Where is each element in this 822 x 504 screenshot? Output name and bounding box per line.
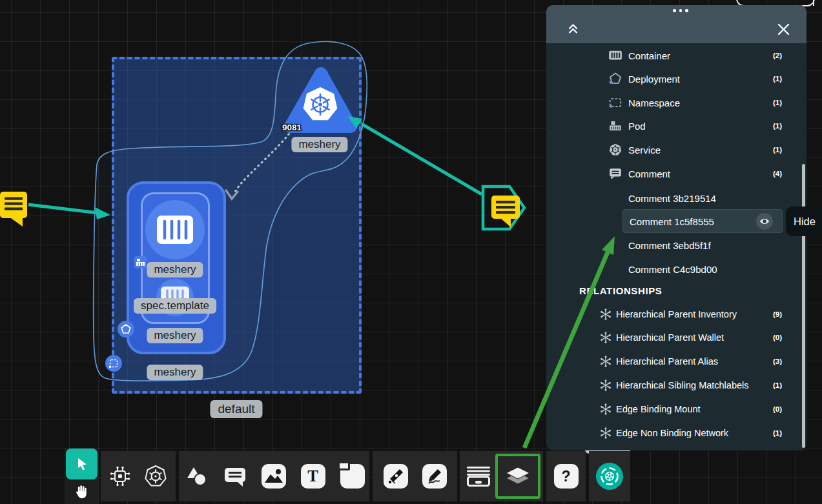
component-count: (1) [773,146,782,154]
deployment-icon [608,72,622,86]
comment-item-row[interactable]: Comment C4c9bd00 [546,257,807,281]
kubernetes-icon [144,465,167,488]
component-label: Deployment [628,74,680,85]
component-row[interactable]: Service (1) [546,138,807,161]
eye-icon [759,216,770,227]
pod-icon [608,119,622,133]
relationship-label: Hierarchical Parent Inventory [616,309,737,319]
meshery-logo-icon [597,463,622,489]
collapse-panel-button[interactable] [566,22,581,36]
component-count: (1) [773,122,782,130]
component-row[interactable]: Pod (1) [546,114,807,137]
relationship-icon [599,427,612,439]
relationship-row[interactable]: Hierarchical Parent Inventory (9) [546,303,807,326]
relationship-label: Edge Non Binding Network [616,428,728,438]
relationship-icon [599,355,612,368]
pan-tool-button[interactable] [73,483,90,501]
relationship-count: (9) [773,310,782,318]
pencil-icon [426,467,444,485]
toolbar-meshery-group [589,451,630,501]
component-label: Namespace [628,97,680,108]
relationship-label: Hierarchical Parent Wallet [616,332,724,343]
image-icon [262,464,286,489]
hide-tooltip: Hide [786,207,822,236]
comment-item-label: Comment 3ebd5f1f [628,240,711,251]
circuit-icon [109,465,131,487]
drawer-icon [467,467,490,487]
namespace-icon [608,96,622,110]
relationship-row[interactable]: Edge Non Binding Network (1) [546,421,807,445]
frame-icon [338,461,350,470]
component-label: Service [628,145,661,156]
meshery-logo-button[interactable] [596,463,623,490]
cursor-icon [74,456,90,472]
component-count: (2) [773,52,782,59]
pencil-tool-button[interactable] [422,464,447,489]
component-count: (1) [773,99,782,106]
component-count: (4) [773,170,782,177]
shapes-tool-button[interactable] [184,465,209,487]
panel-menu-button[interactable] [673,9,688,12]
comment-item-label: Comment C4c9bd00 [628,264,717,275]
elements-panel: Container (2) Deployment (1) Namespace (… [546,5,807,450]
relationship-icon [599,331,612,344]
component-count: (1) [773,75,782,83]
text-tool-button[interactable]: T [301,464,325,489]
component-row[interactable]: Container (2) [546,44,807,67]
relationship-count: (0) [773,334,782,341]
toolbar-insert-group: T [179,451,369,501]
relationship-row[interactable]: Hierarchical Parent Wallet (0) [546,326,807,349]
frame-tool-button[interactable] [340,464,365,489]
relationship-icon [599,308,612,321]
comment-icon [608,166,622,181]
relationship-label: Edge Binding Mount [616,404,701,414]
comment-tool-button[interactable] [223,465,247,487]
relationship-row[interactable]: Hierarchical Sibling Matchlabels (1) [546,374,807,397]
component-label: Container [628,50,670,61]
relationship-icon [599,379,612,392]
hide-visibility-button[interactable] [756,213,773,230]
relationship-count: (1) [773,381,782,389]
relationship-count: (1) [773,429,782,437]
help-icon: ? [561,468,570,485]
toolbar-node-group [101,451,176,501]
relationship-row[interactable]: Edge Binding Mount (0) [546,398,807,421]
relationship-label: Hierarchical Sibling Matchlabels [616,380,749,390]
container-icon [608,48,622,63]
component-row[interactable]: Comment (4) [546,162,807,185]
drawer-tool-button[interactable] [467,467,490,487]
close-icon [777,23,790,35]
select-tool-button[interactable] [66,449,98,479]
relationship-count: (3) [773,358,782,365]
layers-tool-highlight[interactable] [495,454,540,499]
toolbar-help-group: ? [546,451,586,501]
text-tool-glyph: T [307,467,318,485]
close-panel-button[interactable] [777,23,790,35]
comment-edge-right [347,116,482,194]
comment-node-left[interactable] [0,192,27,227]
relationship-row[interactable]: Hierarchical Parent Alias (3) [546,350,807,373]
relationship-count: (0) [773,405,782,413]
comment-item-row[interactable]: Comment 3ebd5f1f [546,234,807,257]
toolbar-select-group [65,449,98,504]
component-row[interactable]: Deployment (1) [546,67,807,90]
design-tool-button[interactable] [109,465,131,487]
comment-item-row-selected[interactable]: Comment 1c5f8555 [622,209,783,233]
component-label: Pod [628,121,646,132]
help-button[interactable]: ? [554,464,579,489]
comment-item-label: Comment 3b219514 [628,193,716,204]
relationship-label: Hierarchical Parent Alias [616,356,718,367]
pen-tool-button[interactable] [384,464,408,489]
component-label: Comment [628,168,670,179]
relationships-section-title: RELATIONSHIPS [579,282,662,300]
comment-node-right-selected[interactable] [483,186,524,229]
image-tool-button[interactable] [262,464,286,489]
comment-item-row[interactable]: Comment 3b219514 [546,186,807,210]
component-row[interactable]: Namespace (1) [546,91,807,114]
toolbar-draw-group [373,451,457,501]
kanvas-design-canvas: meshery spec.template meshery meshery de… [0,0,822,504]
kubernetes-tool-button[interactable] [144,465,167,488]
layers-icon [504,462,532,490]
service-icon [608,143,622,157]
pen-icon [387,467,405,485]
